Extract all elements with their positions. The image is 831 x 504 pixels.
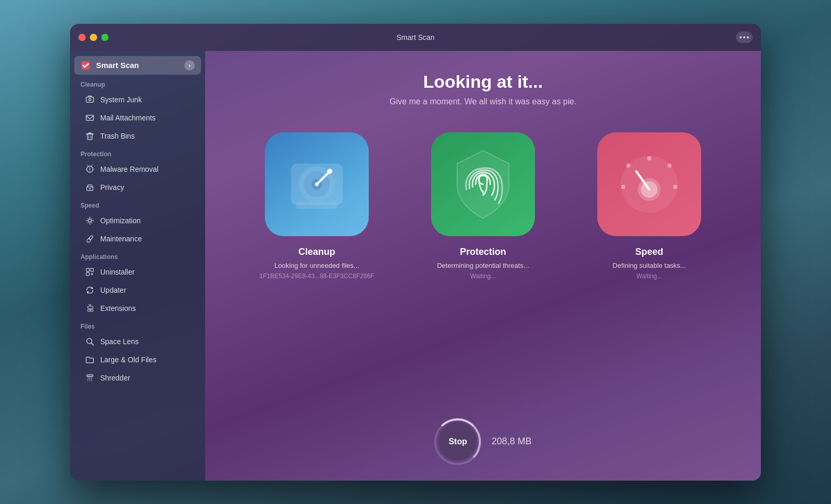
shredder-icon [85, 373, 95, 383]
space-lens-icon [85, 336, 95, 347]
sidebar-item-mail-attachments[interactable]: Mail Attachments [74, 109, 201, 127]
svg-point-25 [626, 164, 631, 168]
smart-scan-label: Smart Scan [96, 61, 139, 70]
sidebar-item-trash-bins[interactable]: Trash Bins [74, 127, 201, 145]
svg-rect-20 [296, 202, 338, 209]
space-lens-label: Space Lens [100, 337, 139, 346]
malware-removal-label: Malware Removal [100, 165, 158, 173]
title-bar: Smart Scan [70, 24, 761, 51]
svg-point-19 [327, 169, 332, 174]
section-cleanup: Cleanup [70, 76, 205, 90]
speed-title: Speed [635, 247, 663, 257]
sidebar-item-smart-scan[interactable]: Smart Scan › [74, 56, 201, 75]
cards-row: Cleanup Looking for unneeded files... 1F… [249, 132, 717, 408]
maintenance-icon [85, 234, 95, 244]
dot1 [740, 36, 742, 38]
sidebar-item-privacy[interactable]: Privacy [74, 179, 201, 196]
protection-card: Protection Determining potential threats… [416, 132, 551, 280]
svg-point-26 [621, 185, 625, 189]
svg-point-23 [667, 164, 672, 168]
sidebar-item-maintenance[interactable]: Maintenance [74, 230, 201, 248]
cleanup-title: Cleanup [298, 247, 335, 257]
section-protection: Protection [70, 145, 205, 160]
mail-icon [85, 113, 95, 123]
dot2 [743, 36, 745, 38]
sidebar: Smart Scan › Cleanup System Junk [70, 51, 205, 481]
maintenance-label: Maintenance [100, 235, 142, 243]
system-junk-icon [85, 94, 95, 105]
main-content: Smart Scan › Cleanup System Junk [70, 51, 761, 481]
minimize-button[interactable] [90, 34, 97, 41]
maximize-button[interactable] [101, 34, 109, 41]
sidebar-item-uninstaller[interactable]: Uninstaller [74, 263, 201, 281]
cleanup-icon [265, 132, 369, 236]
uninstaller-icon [85, 267, 95, 277]
trash-icon [85, 131, 95, 141]
smart-scan-badge: › [184, 60, 195, 71]
title-bar-actions [736, 32, 753, 43]
updater-label: Updater [100, 286, 126, 294]
section-speed: Speed [70, 197, 205, 211]
protection-detail: Waiting... [470, 273, 496, 280]
svg-point-2 [89, 99, 91, 101]
speed-detail: Waiting... [636, 273, 662, 280]
svg-point-7 [88, 219, 91, 222]
right-panel: Looking at it... Give me a moment. We al… [205, 51, 761, 481]
section-files: Files [70, 318, 205, 332]
sidebar-item-large-old-files[interactable]: Large & Old Files [74, 351, 201, 369]
extensions-icon [85, 303, 95, 314]
privacy-label: Privacy [100, 183, 124, 192]
sidebar-item-system-junk[interactable]: System Junk [74, 91, 201, 108]
traffic-lights [78, 34, 109, 41]
svg-point-24 [673, 185, 677, 189]
more-options-button[interactable] [736, 32, 753, 43]
system-junk-label: System Junk [100, 96, 142, 104]
close-button[interactable] [78, 34, 86, 41]
sidebar-item-extensions[interactable]: Extensions [74, 299, 201, 317]
svg-rect-9 [90, 268, 93, 271]
svg-rect-10 [86, 273, 89, 276]
shredder-label: Shredder [100, 374, 130, 382]
sidebar-item-shredder[interactable]: Shredder [74, 369, 201, 387]
section-applications: Applications [70, 248, 205, 263]
protection-icon [431, 132, 535, 236]
stop-area: Stop 208,8 MB [434, 418, 531, 465]
updater-icon [85, 285, 95, 295]
scan-size: 208,8 MB [491, 436, 531, 447]
folder-icon [85, 355, 95, 365]
extensions-label: Extensions [100, 304, 136, 312]
optimization-label: Optimization [100, 216, 141, 225]
sidebar-item-malware-removal[interactable]: Malware Removal [74, 160, 201, 178]
sidebar-item-optimization[interactable]: Optimization [74, 212, 201, 229]
svg-rect-8 [86, 268, 89, 271]
speed-status: Defining suitable tasks... [613, 262, 686, 269]
speed-icon-wrap [597, 132, 701, 236]
mail-attachments-label: Mail Attachments [100, 114, 156, 122]
stop-button-wrap: Stop [434, 418, 481, 465]
svg-rect-13 [87, 376, 93, 377]
privacy-icon [85, 182, 95, 193]
uninstaller-label: Uninstaller [100, 268, 135, 276]
trash-bins-label: Trash Bins [100, 132, 135, 140]
dot3 [747, 36, 749, 38]
cleanup-detail: 1F1BE534-29E8-43...88-E3F3CC8F286F [260, 273, 374, 280]
sidebar-item-space-lens[interactable]: Space Lens [74, 333, 201, 350]
svg-rect-12 [87, 375, 93, 376]
cleanup-card: Cleanup Looking for unneeded files... 1F… [249, 132, 384, 280]
stop-button[interactable]: Stop [438, 423, 477, 461]
svg-point-22 [647, 156, 651, 160]
scan-subheading: Give me a moment. We all wish it was eas… [390, 97, 577, 106]
malware-icon [85, 164, 95, 174]
svg-rect-1 [86, 97, 93, 102]
app-window: Smart Scan Smart Scan › [70, 24, 761, 481]
svg-point-6 [89, 188, 91, 189]
window-title: Smart Scan [396, 33, 434, 42]
speed-card: Speed Defining suitable tasks... Waiting… [582, 132, 717, 280]
protection-status: Determining potential threats... [437, 262, 529, 269]
smart-scan-icon [81, 60, 91, 71]
large-old-files-label: Large & Old Files [100, 356, 156, 364]
protection-title: Protection [460, 247, 506, 257]
cleanup-status: Looking for unneeded files... [274, 262, 359, 269]
optimization-icon [85, 215, 95, 226]
sidebar-item-updater[interactable]: Updater [74, 281, 201, 299]
